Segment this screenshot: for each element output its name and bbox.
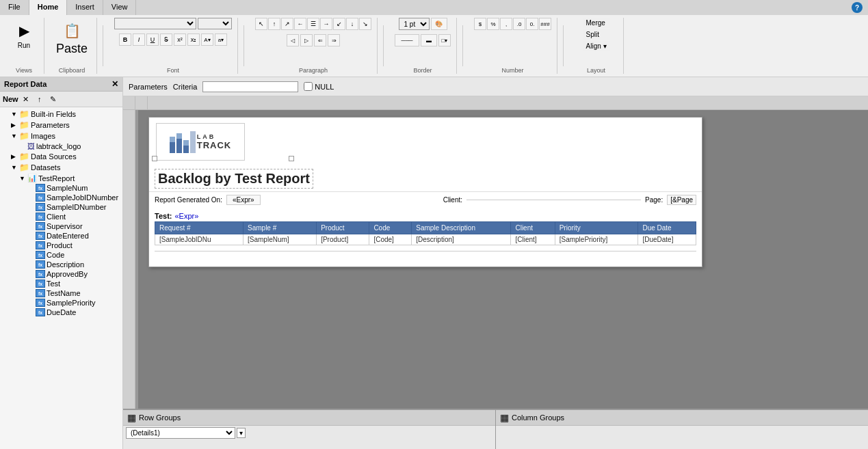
panel-up-btn[interactable]: ↑ bbox=[34, 93, 46, 105]
percent-button[interactable]: % bbox=[487, 18, 499, 30]
tree-item-client[interactable]: fx Client bbox=[1, 212, 121, 221]
align-center-bot-button[interactable]: ↓ bbox=[346, 18, 358, 30]
align-left-top-button[interactable]: ↖ bbox=[255, 18, 267, 30]
expr-value[interactable]: «Expr» bbox=[226, 195, 261, 205]
superscript-button[interactable]: x² bbox=[174, 33, 186, 46]
tree-item-duedate[interactable]: fx DueDate bbox=[1, 308, 121, 317]
left-panel: Report Data ✕ New ✕ ↑ ✎ ▼ 📁 Built-in Fie… bbox=[0, 77, 123, 449]
report-footer-line bbox=[155, 251, 696, 258]
resize-handle-mid[interactable] bbox=[289, 156, 294, 161]
dec-inc-button[interactable]: .0 bbox=[513, 18, 525, 30]
tree-item-testreport[interactable]: ▼ 📊 TestReport bbox=[1, 173, 121, 183]
report-scroll-area[interactable]: LAB TRACK bbox=[138, 110, 868, 409]
align-center-mid-button[interactable]: ☰ bbox=[307, 18, 319, 30]
tree-item-description[interactable]: fx Description bbox=[1, 260, 121, 269]
tree-item-test[interactable]: fx Test bbox=[1, 279, 121, 288]
align-right-mid-button[interactable]: → bbox=[320, 18, 332, 30]
strikethrough-button[interactable]: S̶ bbox=[160, 33, 172, 46]
tree-item-datasets[interactable]: ▼ 📁 Datasets bbox=[1, 162, 121, 173]
pt-select[interactable]: 1 pt bbox=[399, 18, 430, 30]
report-table: Request # Sample # Product Code Sample D… bbox=[155, 221, 696, 245]
align-left-bot-button[interactable]: ↙ bbox=[333, 18, 345, 30]
bold-button[interactable]: B bbox=[119, 33, 131, 46]
tab-home[interactable]: Home bbox=[29, 0, 68, 15]
align-center-top-button[interactable]: ↑ bbox=[268, 18, 280, 30]
font-color-button[interactable]: A▾ bbox=[201, 33, 213, 46]
underline-button[interactable]: U bbox=[146, 33, 159, 46]
cell-client: [Client] bbox=[511, 234, 555, 245]
panel-header: Report Data ✕ bbox=[0, 77, 122, 92]
border-apply-button[interactable]: □▾ bbox=[438, 34, 451, 46]
tree-item-code[interactable]: fx Code bbox=[1, 250, 121, 260]
details-select[interactable]: (Details1) bbox=[126, 427, 235, 439]
tree-item-dateentered[interactable]: fx DateEntered bbox=[1, 231, 121, 241]
tab-view[interactable]: View bbox=[103, 0, 137, 15]
test-group-header: Test: «Expr» bbox=[155, 210, 696, 221]
logo-svg bbox=[170, 130, 197, 154]
tree-item-samplenum[interactable]: fx SampleNum bbox=[1, 183, 121, 193]
criteria-input[interactable] bbox=[202, 81, 298, 92]
border-style-button[interactable]: ─── bbox=[395, 34, 419, 46]
expand-icon: ▼ bbox=[11, 111, 18, 118]
field-icon: fx bbox=[36, 270, 45, 278]
tab-insert[interactable]: Insert bbox=[67, 0, 103, 15]
report-title-container[interactable]: Backlog by Test Report bbox=[155, 169, 313, 189]
ribbon-content: ▶ Run Views 📋 Paste Clipboard B I U bbox=[0, 15, 868, 77]
tree-item-approvedby[interactable]: fx ApprovedBy bbox=[1, 269, 121, 279]
resize-handle[interactable] bbox=[152, 156, 157, 161]
comma-button[interactable]: , bbox=[500, 18, 512, 30]
tree-item-samplejobidnumber[interactable]: fx SampleJobIDNumber bbox=[1, 193, 121, 202]
panel-edit-btn[interactable]: ✎ bbox=[47, 93, 60, 105]
split-button[interactable]: Split bbox=[583, 29, 610, 40]
merge-button[interactable]: Merge bbox=[583, 18, 610, 28]
tree-item-supervisor[interactable]: fx Supervisor bbox=[1, 221, 121, 231]
page-expr[interactable]: [&Page bbox=[667, 195, 696, 205]
subscript-button[interactable]: x₂ bbox=[187, 33, 200, 46]
align-left-mid-button[interactable]: ← bbox=[294, 18, 306, 30]
align-layout-button[interactable]: Align ▾ bbox=[583, 41, 610, 51]
logo-container[interactable]: LAB TRACK bbox=[156, 123, 245, 161]
run-button[interactable]: ▶ Run bbox=[10, 18, 38, 51]
null-checkbox[interactable] bbox=[304, 82, 313, 91]
parameters-label: Parameters bbox=[129, 83, 168, 91]
tree-item-parameters[interactable]: ▶ 📁 Parameters bbox=[1, 120, 121, 131]
panel-close-button[interactable]: ✕ bbox=[111, 79, 118, 89]
design-area[interactable]: LAB TRACK bbox=[123, 110, 868, 409]
folder-icon: 📁 bbox=[19, 152, 29, 161]
align-right-bot-button[interactable]: ↘ bbox=[359, 18, 371, 30]
border-fill-button[interactable]: ▬ bbox=[421, 34, 437, 46]
tree-item-sampleidnumber[interactable]: fx SampleIDNumber bbox=[1, 202, 121, 212]
field-icon: fx bbox=[36, 260, 45, 269]
currency-button[interactable]: $ bbox=[474, 18, 486, 30]
help-icon[interactable]: ? bbox=[852, 2, 863, 13]
tree-item-datasources[interactable]: ▶ 📁 Data Sources bbox=[1, 151, 121, 162]
ltr-button[interactable]: ⇒ bbox=[328, 34, 340, 46]
test-expr[interactable]: «Expr» bbox=[174, 212, 198, 220]
italic-button[interactable]: I bbox=[133, 33, 145, 46]
rtl-button[interactable]: ⇐ bbox=[314, 34, 326, 46]
indent-dec-button[interactable]: ◁ bbox=[287, 34, 299, 46]
align-right-top-button[interactable]: ↗ bbox=[281, 18, 293, 30]
details-dropdown-btn[interactable]: ▾ bbox=[237, 428, 246, 438]
report-logo-section: LAB TRACK bbox=[149, 118, 702, 166]
number-format-button[interactable]: ### bbox=[539, 18, 551, 30]
font-size-select[interactable] bbox=[198, 18, 232, 29]
tab-file[interactable]: File bbox=[0, 0, 29, 15]
table-header-row: Request # Sample # Product Code Sample D… bbox=[155, 222, 696, 234]
tree-item-samplepriority[interactable]: fx SamplePriority bbox=[1, 298, 121, 308]
font-bgcolor-button[interactable]: a▾ bbox=[215, 33, 227, 46]
expand-icon: ▶ bbox=[11, 122, 18, 128]
font-family-select[interactable] bbox=[114, 18, 196, 29]
tree-item-builtin[interactable]: ▼ 📁 Built-in Fields bbox=[1, 109, 121, 120]
panel-close-btn[interactable]: ✕ bbox=[20, 93, 32, 105]
paste-button[interactable]: 📋 Paste bbox=[53, 18, 91, 58]
tree-item-labtrack-logo[interactable]: 🖼 labtrack_logo bbox=[1, 141, 121, 151]
indent-inc-button[interactable]: ▷ bbox=[300, 34, 313, 46]
tree-item-images[interactable]: ▼ 📁 Images bbox=[1, 131, 121, 141]
details-select-row: (Details1) ▾ bbox=[126, 427, 492, 439]
tree-item-testname[interactable]: fx TestName bbox=[1, 288, 121, 298]
ribbon-group-clipboard: 📋 Paste Clipboard bbox=[47, 18, 97, 74]
border-color-button[interactable]: 🎨 bbox=[431, 18, 447, 30]
dec-dec-button[interactable]: 0. bbox=[526, 18, 538, 30]
tree-item-product[interactable]: fx Product bbox=[1, 241, 121, 250]
